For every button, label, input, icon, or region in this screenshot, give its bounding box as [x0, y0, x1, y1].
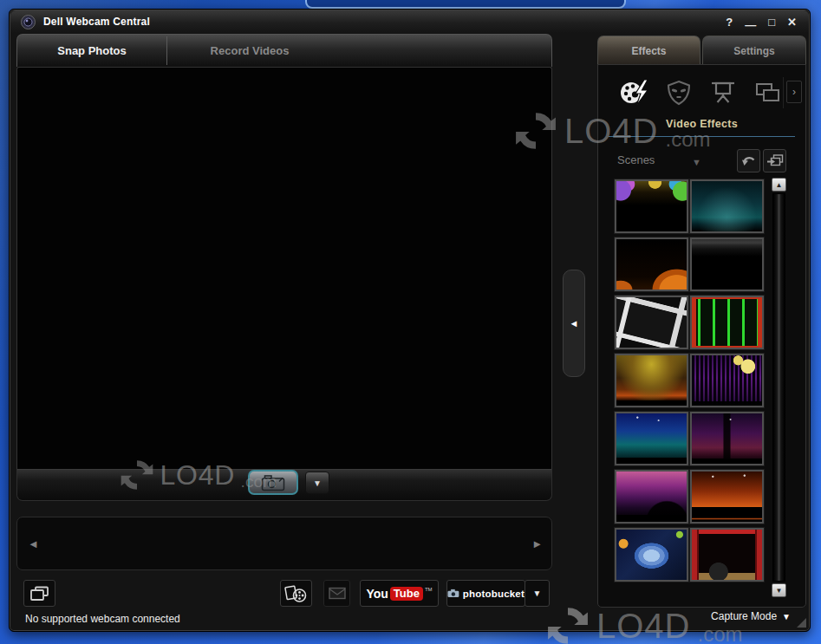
scene-thumb-eiffel-night[interactable]	[690, 412, 764, 465]
snap-photo-button[interactable]	[248, 470, 298, 495]
video-preview	[16, 67, 552, 469]
iconbar-separator	[783, 77, 784, 108]
mode-tabstrip: Snap Photos Record Videos	[16, 34, 552, 67]
more-categories-button[interactable]: ›	[786, 81, 802, 103]
undo-icon	[741, 154, 757, 168]
scene-effects-category-button[interactable]	[707, 77, 739, 108]
desktop: { "titlebar": { "title": "Dell Webcam Ce…	[0, 0, 821, 644]
scene-thumb-sunset-city[interactable]	[615, 354, 688, 407]
dropdown-arrow-icon: ▼	[313, 478, 322, 488]
titlebar: Dell Webcam Central ? — □ ✕	[10, 10, 809, 33]
scene-thumb-aurora-tower[interactable]	[615, 470, 688, 524]
photobucket-upload-button[interactable]: photobucket	[446, 580, 525, 607]
apply-effect-button[interactable]	[763, 149, 786, 172]
capture-options-dropdown[interactable]: ▼	[305, 472, 329, 494]
capture-mode-label: Capture Mode	[711, 610, 777, 622]
overlay-effects-category-button[interactable]	[752, 77, 783, 108]
collapse-arrow-icon: ◄	[570, 318, 579, 329]
section-title: Video Effects	[598, 118, 805, 130]
youtube-logo-you: You	[366, 587, 388, 601]
overlap-frames-icon	[753, 81, 781, 105]
dropdown-arrow-icon: ▼	[782, 612, 791, 621]
app-window: Dell Webcam Central ? — □ ✕ Snap Photos …	[9, 9, 811, 632]
photo-strip: ◄ ►	[16, 517, 552, 570]
status-message: No supported webcam connected	[25, 613, 180, 625]
window-title: Dell Webcam Central	[43, 16, 150, 28]
mask-icon	[665, 79, 693, 107]
avatar-effects-category-button[interactable]	[663, 77, 694, 108]
youtube-logo-tube: Tube	[390, 587, 423, 601]
photobucket-label: photobucket	[463, 589, 525, 599]
email-button[interactable]	[323, 580, 350, 607]
photo-stack-icon	[29, 585, 50, 602]
reset-effect-button[interactable]	[737, 149, 760, 172]
youtube-upload-button[interactable]: You Tube TM	[360, 580, 439, 607]
dropdown-arrow-icon: ▼	[533, 589, 542, 598]
scene-thumb-night-bridge[interactable]	[690, 179, 764, 233]
apply-to-frame-icon	[766, 153, 784, 168]
film-reel-icon	[284, 583, 308, 604]
scroll-up-button[interactable]: ▲	[772, 178, 786, 192]
scene-scrollbar: ▲ ▼	[772, 178, 786, 597]
scene-thumb-birthday-party[interactable]	[615, 179, 688, 233]
video-effects-category-button[interactable]	[619, 77, 650, 108]
scene-thumb-halloween-gifts[interactable]	[615, 237, 688, 291]
projection-screen-icon	[709, 79, 737, 107]
minimize-button[interactable]: —	[745, 19, 756, 30]
scene-thumb-orange-skyline[interactable]	[690, 470, 764, 524]
scene-thumb-ufo-space[interactable]	[615, 528, 688, 582]
palette-lightning-icon	[619, 79, 650, 107]
panel-collapse-button[interactable]: ◄	[563, 270, 585, 377]
strip-scroll-left-button[interactable]: ◄	[28, 537, 39, 550]
webcam-app-icon	[21, 15, 36, 29]
photobucket-camera-icon	[447, 589, 459, 598]
maximize-button[interactable]: □	[768, 16, 775, 28]
tab-snap-photos[interactable]: Snap Photos	[17, 35, 166, 67]
strip-scroll-right-button[interactable]: ►	[531, 537, 543, 550]
open-gallery-button[interactable]	[23, 580, 55, 607]
resize-grip[interactable]	[797, 618, 806, 628]
effects-category-bar: ›	[598, 74, 805, 112]
scene-thumb-photo-frame[interactable]	[615, 296, 688, 349]
scene-grid	[615, 179, 766, 582]
scene-thumb-dark-cave[interactable]	[690, 237, 764, 291]
youtube-trademark: TM	[425, 587, 433, 592]
help-button[interactable]: ?	[726, 16, 733, 28]
background-window-edge	[305, 0, 626, 9]
capture-mode-dropdown[interactable]: Capture Mode ▼	[711, 610, 791, 622]
effects-panel: › Video Effects Scenes ▼ ▲ ▼	[597, 64, 806, 608]
scene-thumb-purple-moons[interactable]	[690, 354, 764, 407]
envelope-icon	[329, 587, 346, 600]
media-effects-button[interactable]	[280, 580, 312, 607]
share-options-dropdown[interactable]: ▼	[525, 580, 550, 607]
scrollbar-track[interactable]	[772, 193, 785, 582]
camera-icon	[261, 474, 285, 491]
tab-record-videos[interactable]: Record Videos	[166, 35, 333, 67]
tab-effects[interactable]: Effects	[597, 36, 700, 65]
scroll-down-button[interactable]: ▼	[772, 583, 786, 597]
tab-settings[interactable]: Settings	[702, 36, 806, 65]
scene-thumb-theater-stage[interactable]	[690, 528, 764, 582]
scenes-dropdown-arrow[interactable]: ▼	[692, 157, 701, 167]
close-button[interactable]: ✕	[787, 16, 797, 28]
scene-thumb-laser-bars[interactable]	[690, 296, 764, 349]
scene-thumb-liberty-night[interactable]	[615, 412, 688, 465]
scenes-dropdown-label[interactable]: Scenes	[617, 153, 655, 166]
section-underline	[609, 136, 795, 137]
